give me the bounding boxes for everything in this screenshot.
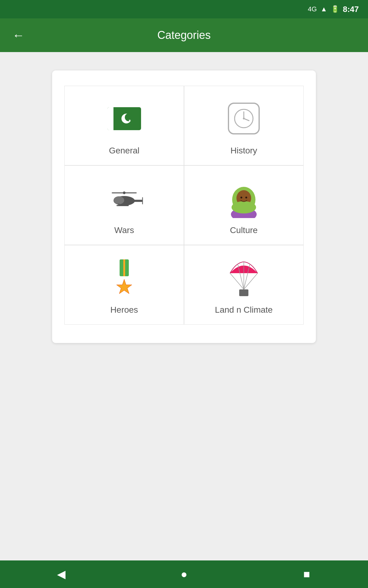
svg-point-22 [232, 201, 256, 213]
wars-label: Wars [114, 225, 134, 235]
nav-bar: ◀ ● ■ [0, 560, 368, 588]
categories-grid: General Histo [64, 86, 304, 325]
heroes-icon [104, 258, 144, 298]
signal-icon: 4G [308, 5, 317, 13]
category-heroes[interactable]: Heroes [64, 245, 184, 325]
nav-back-button[interactable]: ◀ [51, 564, 72, 585]
svg-point-13 [113, 196, 124, 204]
svg-rect-1 [107, 107, 113, 130]
category-culture[interactable]: Culture [184, 165, 304, 245]
clock: 8:47 [343, 5, 359, 14]
category-wars[interactable]: Wars [64, 165, 184, 245]
nav-recents-button[interactable]: ■ [296, 564, 317, 585]
svg-point-23 [240, 197, 242, 198]
content-area: General Histo [0, 52, 368, 560]
back-button[interactable]: ← [12, 29, 25, 41]
svg-rect-14 [133, 200, 143, 202]
culture-label: Culture [230, 225, 258, 235]
history-label: History [230, 146, 257, 156]
culture-icon [224, 178, 264, 218]
svg-point-11 [123, 191, 126, 194]
battery-icon: 🔋 [331, 5, 339, 13]
nav-home-button[interactable]: ● [173, 564, 195, 585]
page-title: Categories [157, 29, 211, 42]
history-icon [224, 99, 264, 138]
app-bar: ← Categories [0, 18, 368, 52]
category-history[interactable]: History [184, 86, 304, 165]
svg-marker-27 [117, 279, 132, 294]
land-climate-label: Land n Climate [215, 305, 273, 315]
general-label: General [109, 146, 140, 156]
status-bar: 4G ▲ 🔋 8:47 [0, 0, 368, 18]
category-land-climate[interactable]: Land n Climate [184, 245, 304, 325]
status-icons: 4G ▲ 🔋 8:47 [308, 5, 359, 14]
wifi-icon: ▲ [320, 5, 327, 13]
svg-rect-33 [239, 289, 248, 296]
land-climate-icon [224, 258, 264, 298]
category-general[interactable]: General [64, 86, 184, 165]
svg-point-24 [245, 197, 247, 198]
svg-point-3 [125, 113, 133, 121]
wars-icon [104, 178, 144, 218]
svg-point-9 [243, 118, 245, 119]
heroes-label: Heroes [110, 305, 138, 315]
categories-card: General Histo [52, 70, 316, 343]
general-icon [104, 99, 144, 138]
